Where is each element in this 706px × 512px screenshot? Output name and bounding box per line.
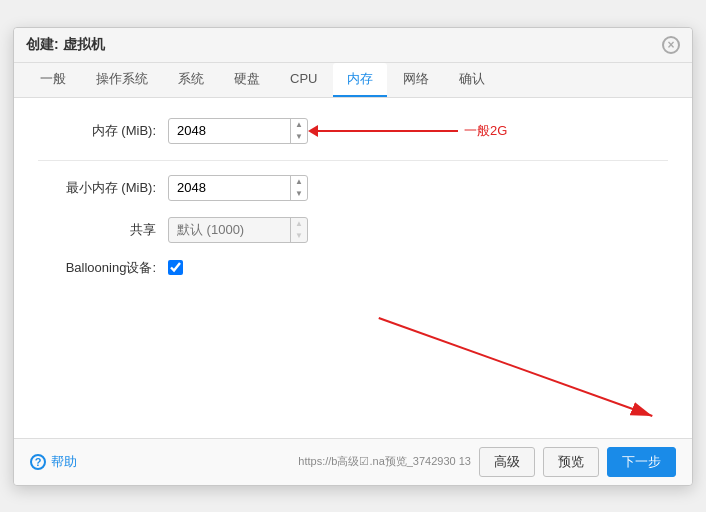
memory-input[interactable] xyxy=(169,123,290,138)
share-arrows: ▲ ▼ xyxy=(290,218,307,242)
footer-link: https://b高级☑.na预览_3742930 13 xyxy=(298,454,471,469)
min-memory-control: ▲ ▼ xyxy=(168,175,308,201)
dialog-body: 内存 (MiB): ▲ ▼ 一般2G 最小内存 (MiB): xyxy=(14,98,692,438)
help-icon: ? xyxy=(30,454,46,470)
ballooning-label: Ballooning设备: xyxy=(38,259,168,277)
memory-up-arrow[interactable]: ▲ xyxy=(291,119,307,131)
preview-button[interactable]: 预览 xyxy=(543,447,599,477)
ballooning-control xyxy=(168,260,183,275)
ballooning-row: Ballooning设备: xyxy=(38,259,668,277)
ballooning-checkbox[interactable] xyxy=(168,260,183,275)
memory-spinbox[interactable]: ▲ ▼ xyxy=(168,118,308,144)
next-button[interactable]: 下一步 xyxy=(607,447,676,477)
close-button[interactable]: × xyxy=(662,36,680,54)
ballooning-checkbox-wrapper xyxy=(168,260,183,275)
tab-general[interactable]: 一般 xyxy=(26,63,80,97)
create-vm-dialog: 创建: 虚拟机 × 一般 操作系统 系统 硬盘 CPU 内存 网络 确认 内存 … xyxy=(13,27,693,486)
min-memory-down-arrow[interactable]: ▼ xyxy=(291,188,307,200)
tab-network[interactable]: 网络 xyxy=(389,63,443,97)
footer-right: https://b高级☑.na预览_3742930 13 高级 预览 下一步 xyxy=(298,447,676,477)
min-memory-up-arrow[interactable]: ▲ xyxy=(291,176,307,188)
share-input xyxy=(169,222,290,237)
advanced-button[interactable]: 高级 xyxy=(479,447,535,477)
annotation-text: 一般2G xyxy=(464,122,507,140)
share-spinbox: ▲ ▼ xyxy=(168,217,308,243)
share-label: 共享 xyxy=(38,221,168,239)
dialog-title: 创建: 虚拟机 xyxy=(26,36,105,54)
min-memory-label: 最小内存 (MiB): xyxy=(38,179,168,197)
separator xyxy=(38,160,668,161)
tab-confirm[interactable]: 确认 xyxy=(445,63,499,97)
arrow-line xyxy=(318,130,458,132)
memory-down-arrow[interactable]: ▼ xyxy=(291,131,307,143)
svg-line-1 xyxy=(379,318,653,416)
tab-system[interactable]: 系统 xyxy=(164,63,218,97)
help-button[interactable]: ? 帮助 xyxy=(30,453,77,471)
tab-memory[interactable]: 内存 xyxy=(333,63,387,97)
title-bar: 创建: 虚拟机 × xyxy=(14,28,692,63)
tab-bar: 一般 操作系统 系统 硬盘 CPU 内存 网络 确认 xyxy=(14,63,692,98)
min-memory-row: 最小内存 (MiB): ▲ ▼ xyxy=(38,175,668,201)
share-up-arrow: ▲ xyxy=(291,218,307,230)
share-control: ▲ ▼ xyxy=(168,217,308,243)
help-label: 帮助 xyxy=(51,453,77,471)
tab-cpu[interactable]: CPU xyxy=(276,64,331,95)
min-memory-spinbox[interactable]: ▲ ▼ xyxy=(168,175,308,201)
annotation-arrow-right: 一般2G xyxy=(308,122,507,140)
memory-label: 内存 (MiB): xyxy=(38,122,168,140)
share-row: 共享 ▲ ▼ xyxy=(38,217,668,243)
dialog-footer: ? 帮助 https://b高级☑.na预览_3742930 13 高级 预览 … xyxy=(14,438,692,485)
memory-row: 内存 (MiB): ▲ ▼ 一般2G xyxy=(38,118,668,144)
tab-disk[interactable]: 硬盘 xyxy=(220,63,274,97)
tab-os[interactable]: 操作系统 xyxy=(82,63,162,97)
min-memory-arrows: ▲ ▼ xyxy=(290,176,307,200)
memory-arrows: ▲ ▼ xyxy=(290,119,307,143)
memory-control: ▲ ▼ xyxy=(168,118,308,144)
share-down-arrow: ▼ xyxy=(291,230,307,242)
arrowhead-left xyxy=(308,125,318,137)
min-memory-input[interactable] xyxy=(169,180,290,195)
